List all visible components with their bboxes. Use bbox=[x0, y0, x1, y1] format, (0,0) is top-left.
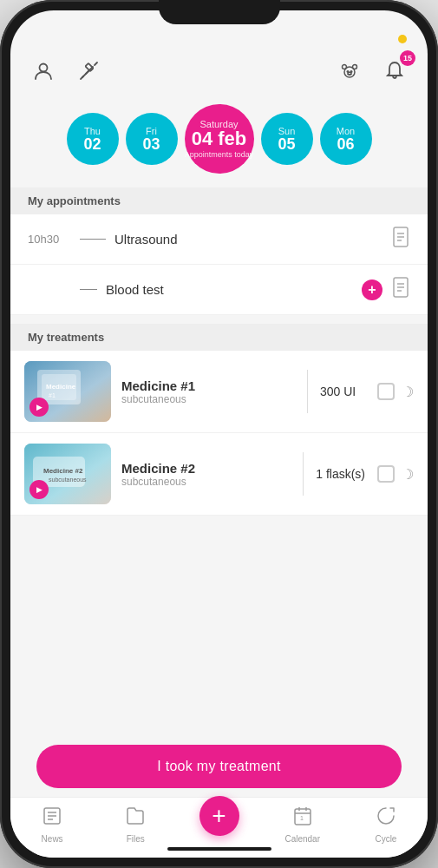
treatment-dose-2: 1 flask(s) bbox=[304, 467, 377, 481]
home-indicator bbox=[167, 847, 271, 851]
svg-text:1: 1 bbox=[300, 815, 304, 821]
cta-container: I took my treatment bbox=[10, 736, 428, 797]
treatments-section-header: My treatments bbox=[10, 324, 428, 351]
nav-item-calendar[interactable]: 1 Calendar bbox=[261, 806, 344, 844]
treatment-info-2: Medicine #2 subcutaneous bbox=[111, 461, 303, 488]
nav-item-files[interactable]: Files bbox=[94, 806, 177, 844]
header-left bbox=[28, 56, 104, 87]
profile-icon[interactable] bbox=[28, 56, 59, 87]
svg-point-7 bbox=[343, 65, 347, 69]
treatment-item-2: Medicine #2 subcutaneous ▶ Medicine #2 s… bbox=[10, 433, 428, 516]
svg-point-8 bbox=[353, 65, 357, 69]
appt-doc-icon-2[interactable] bbox=[391, 277, 410, 302]
phone-frame: 15 Thu 02 Fri 03 Saturday 04 feb Appoint… bbox=[0, 0, 438, 868]
treatments-section: My treatments bbox=[10, 324, 428, 516]
nav-item-cycle[interactable]: Cycle bbox=[344, 806, 428, 844]
appt-line-2 bbox=[80, 289, 97, 291]
treatment-dose-1: 300 UI bbox=[308, 385, 377, 398]
nav-item-add[interactable]: + bbox=[177, 796, 260, 836]
calendar-day-mon[interactable]: Mon 06 bbox=[320, 113, 372, 165]
phone-screen: 15 Thu 02 Fri 03 Saturday 04 feb Appoint… bbox=[10, 10, 428, 858]
calendar-icon: 1 bbox=[292, 806, 313, 832]
play-button-2[interactable]: ▶ bbox=[29, 480, 49, 499]
nav-item-news[interactable]: News bbox=[10, 806, 94, 844]
treatment-actions-2: ☽ bbox=[377, 465, 414, 483]
notch bbox=[159, 0, 280, 24]
svg-line-3 bbox=[81, 76, 83, 79]
svg-rect-2 bbox=[85, 63, 93, 71]
treatment-checkbox-2[interactable] bbox=[377, 465, 395, 483]
treatment-checkbox-1[interactable] bbox=[377, 383, 395, 400]
moon-icon-2[interactable]: ☽ bbox=[402, 466, 414, 483]
syringe-icon[interactable] bbox=[73, 56, 104, 87]
news-label: News bbox=[42, 834, 63, 844]
treatment-actions-1: ☽ bbox=[377, 383, 414, 400]
calendar-day-fri[interactable]: Fri 03 bbox=[126, 113, 178, 165]
svg-line-4 bbox=[95, 62, 97, 65]
calendar-day-sun[interactable]: Sun 05 bbox=[261, 113, 313, 165]
svg-text:Medicine: Medicine bbox=[46, 383, 76, 391]
treatment-thumb-2[interactable]: Medicine #2 subcutaneous ▶ bbox=[24, 444, 111, 504]
notification-icon[interactable]: 15 bbox=[379, 56, 410, 87]
header: 15 bbox=[10, 49, 428, 97]
svg-text:#1: #1 bbox=[49, 392, 56, 398]
svg-point-11 bbox=[348, 72, 351, 75]
calendar-strip: Thu 02 Fri 03 Saturday 04 feb Appointmen… bbox=[10, 97, 428, 187]
svg-line-5 bbox=[86, 71, 88, 74]
cycle-label: Cycle bbox=[375, 834, 396, 844]
appointments-section: My appointments 10h30 Ultrasound bbox=[10, 187, 428, 315]
appt-name-2: Blood test bbox=[106, 282, 362, 297]
appt-line-1 bbox=[80, 239, 106, 240]
treatment-cta-button[interactable]: I took my treatment bbox=[36, 745, 402, 788]
appointments-section-header: My appointments bbox=[10, 187, 428, 214]
treatment-sub-1: subcutaneous bbox=[121, 393, 297, 405]
calendar-day-sat[interactable]: Saturday 04 feb Appointments today bbox=[185, 104, 254, 174]
files-label: Files bbox=[127, 834, 145, 844]
calendar-day-thu[interactable]: Thu 02 bbox=[67, 113, 119, 165]
appointment-item-2: Blood test + bbox=[10, 265, 428, 315]
treatment-name-2: Medicine #2 bbox=[121, 461, 292, 476]
svg-text:Medicine #2: Medicine #2 bbox=[43, 467, 83, 475]
treatment-sub-2: subcutaneous bbox=[121, 476, 292, 488]
appt-time-1: 10h30 bbox=[28, 233, 71, 246]
cycle-icon bbox=[376, 806, 396, 832]
notification-badge: 15 bbox=[400, 50, 415, 66]
appt-name-1: Ultrasound bbox=[114, 232, 391, 247]
appointment-item-1: 10h30 Ultrasound bbox=[10, 214, 428, 265]
status-dot bbox=[398, 35, 407, 43]
svg-point-0 bbox=[40, 64, 48, 72]
treatment-info-1: Medicine #1 subcutaneous bbox=[111, 378, 307, 405]
moon-icon-1[interactable]: ☽ bbox=[402, 384, 414, 400]
add-appointment-button[interactable]: + bbox=[362, 279, 382, 300]
appt-doc-icon-1[interactable] bbox=[391, 227, 410, 252]
calendar-label: Calendar bbox=[284, 834, 320, 844]
files-icon bbox=[125, 806, 146, 832]
svg-text:subcutaneous: subcutaneous bbox=[49, 477, 87, 483]
header-right: 15 bbox=[334, 56, 410, 87]
play-button-1[interactable]: ▶ bbox=[29, 398, 49, 417]
add-button[interactable]: + bbox=[199, 796, 239, 836]
bear-icon[interactable] bbox=[334, 56, 365, 87]
treatment-item-1: Medicine #1 ▶ Medicine #1 subcutaneous 3… bbox=[10, 351, 428, 433]
treatment-name-1: Medicine #1 bbox=[121, 378, 297, 393]
treatment-thumb-1[interactable]: Medicine #1 ▶ bbox=[24, 361, 111, 422]
news-icon bbox=[42, 806, 62, 832]
